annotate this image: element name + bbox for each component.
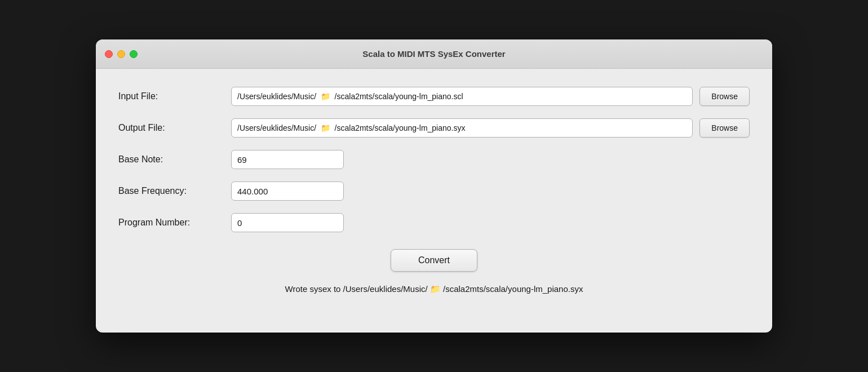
title-bar: Scala to MIDI MTS SysEx Converter (96, 39, 772, 69)
base-note-row: Base Note: (118, 150, 750, 169)
window-title: Scala to MIDI MTS SysEx Converter (362, 49, 505, 59)
status-row: Wrote sysex to /Users/euklides/Music/ 📁 … (118, 284, 750, 294)
status-text: Wrote sysex to /Users/euklides/Music/ 📁 … (285, 284, 583, 294)
program-number-group (231, 213, 344, 232)
output-file-row: Output File: Browse (118, 118, 750, 138)
main-window: Scala to MIDI MTS SysEx Converter Input … (96, 39, 772, 333)
close-button[interactable] (105, 50, 113, 58)
base-note-label: Base Note: (118, 154, 231, 165)
input-file-browse-button[interactable]: Browse (699, 87, 750, 106)
input-file-row: Input File: Browse (118, 87, 750, 106)
program-number-label: Program Number: (118, 218, 231, 228)
input-file-group: Browse (231, 87, 750, 106)
base-note-group (231, 150, 344, 169)
input-file-field[interactable] (231, 87, 693, 106)
base-note-field[interactable] (231, 150, 344, 169)
convert-button[interactable]: Convert (391, 249, 477, 272)
output-file-field[interactable] (231, 118, 693, 138)
base-frequency-group (231, 181, 344, 201)
program-number-field[interactable] (231, 213, 344, 232)
window-content: Input File: Browse Output File: Browse B… (96, 69, 772, 333)
convert-row: Convert (118, 249, 750, 272)
base-frequency-label: Base Frequency: (118, 186, 231, 196)
traffic-lights (105, 50, 138, 58)
program-number-row: Program Number: (118, 213, 750, 232)
base-frequency-row: Base Frequency: (118, 181, 750, 201)
maximize-button[interactable] (130, 50, 138, 58)
output-file-group: Browse (231, 118, 750, 138)
output-file-label: Output File: (118, 123, 231, 133)
minimize-button[interactable] (117, 50, 125, 58)
output-file-browse-button[interactable]: Browse (699, 118, 750, 138)
base-frequency-field[interactable] (231, 181, 344, 201)
input-file-label: Input File: (118, 91, 231, 101)
